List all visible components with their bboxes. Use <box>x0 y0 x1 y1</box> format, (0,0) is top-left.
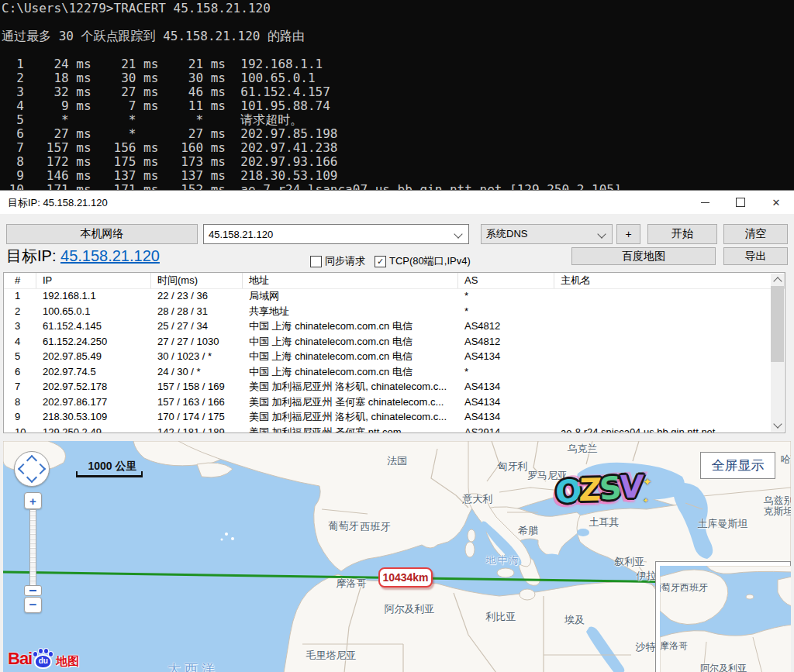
column-header[interactable]: # <box>9 273 36 288</box>
cell-time: 24 / 30 / * <box>151 364 243 380</box>
close-button[interactable]: ✕ <box>758 191 794 214</box>
cell-ip: 202.97.74.5 <box>36 364 151 380</box>
cell-host <box>554 288 771 304</box>
cell-time: 27 / 27 / 1030 <box>151 334 243 350</box>
cell-time: 22 / 23 / 36 <box>151 288 243 304</box>
column-header[interactable]: 主机名 <box>554 273 785 288</box>
dns-value: 系统DNS <box>486 227 527 241</box>
column-header[interactable]: IP <box>36 273 151 288</box>
traceroute-window: 目标IP: 45.158.21.120 ✕ 本机网络 45.158.21.120… <box>0 190 794 672</box>
cell-addr: 共享地址 <box>243 304 458 319</box>
cell-as: AS4134 <box>458 395 554 410</box>
screen: C:\Users\12279>TRACERT 45.158.21.120 通过最… <box>0 0 794 672</box>
scroll-down-icon[interactable] <box>771 419 784 432</box>
pan-right-icon[interactable] <box>35 464 46 474</box>
sync-request-checkbox[interactable]: 同步请求 <box>310 254 365 268</box>
zoom-slider-track[interactable] <box>29 509 36 588</box>
cell-time: 157 / 163 / 166 <box>151 395 243 410</box>
cell-ip: 100.65.0.1 <box>36 304 151 319</box>
start-button[interactable]: 开始 <box>647 224 717 244</box>
hop-row[interactable]: 8202.97.86.177157 / 163 / 166美国 加利福尼亚州 圣… <box>4 395 771 410</box>
map-label-country: 埃及 <box>564 613 585 627</box>
hop-row[interactable]: 361.152.4.14525 / 27 / 34中国 上海 chinatele… <box>4 319 771 334</box>
window-title: 目标IP: 45.158.21.120 <box>8 196 108 210</box>
map-label-country: 希腊 <box>518 524 538 538</box>
cell-as: AS2914 <box>458 425 554 433</box>
cell-as: AS4134 <box>458 349 554 364</box>
sync-request-label: 同步请求 <box>325 254 365 268</box>
map-label-country: 阿尔及利亚 <box>385 602 435 616</box>
map-label-country: 法国 <box>387 454 407 468</box>
target-ip-combobox[interactable]: 45.158.21.120 <box>203 224 469 244</box>
overview-minimap[interactable]: 葡萄牙西班牙摩洛哥阿尔及利亚 <box>655 561 791 672</box>
checkbox-checked-icon: ✓ <box>375 256 386 267</box>
cell-host <box>554 304 771 319</box>
vertical-scrollbar[interactable] <box>771 274 784 432</box>
scroll-up-icon[interactable] <box>771 274 784 286</box>
baidu-map-canvas[interactable]: 乌克兰法国匈牙利罗马尼亚意大利葡萄牙西班牙希腊土耳其哈萨克斯坦乌兹别克斯坦土库曼… <box>3 441 791 672</box>
hop-row[interactable]: 5202.97.85.4930 / 1023 / *中国 上海 chinatel… <box>4 349 771 364</box>
scrollbar-thumb[interactable] <box>771 286 784 362</box>
hop-row[interactable]: 1192.168.1.122 / 23 / 36局域网* <box>4 288 771 304</box>
map-label-sea: 地中海 <box>486 553 521 567</box>
baidu-maps-logo[interactable]: Bai du 地图 <box>8 649 79 669</box>
export-button[interactable]: 导出 <box>723 247 788 265</box>
cell-as: AS4134 <box>458 379 554 395</box>
pan-up-icon[interactable] <box>26 455 37 466</box>
baidu-logo-du: du <box>33 656 54 665</box>
dns-combobox[interactable]: 系统DNS <box>481 224 613 244</box>
column-header[interactable]: 时间(ms) <box>151 273 243 288</box>
map-label-country: 西班牙 <box>361 520 391 534</box>
map-label-country: 哈萨克斯坦 <box>781 453 792 467</box>
cell-ip: 202.97.52.178 <box>36 379 151 395</box>
map-label-country: 乌兹别克斯坦 <box>761 495 791 517</box>
zoom-in-button[interactable]: + <box>24 492 42 509</box>
hop-row[interactable]: 9218.30.53.109170 / 174 / 175美国 加利福尼亚州 洛… <box>4 409 771 425</box>
column-header[interactable]: AS <box>458 273 554 288</box>
close-icon: ✕ <box>772 198 781 208</box>
hop-row[interactable]: 10129.250.2.49142 / 181 / 189美国 加利福尼亚州 圣… <box>4 425 771 433</box>
pan-compass-control[interactable] <box>14 451 50 487</box>
fullscreen-button[interactable]: 全屏显示 <box>700 452 775 479</box>
cell-num: 5 <box>9 349 36 364</box>
clear-button[interactable]: 清空 <box>723 224 788 244</box>
map-label-sea: 大西洋 <box>167 660 219 672</box>
hop-row[interactable]: 2100.65.0.128 / 28 / 31共享地址* <box>4 304 771 319</box>
minimap-label: 葡萄牙 <box>660 581 680 594</box>
column-header[interactable]: 地址 <box>243 273 458 288</box>
table-body: 1192.168.1.122 / 23 / 36局域网*2100.65.0.12… <box>4 288 771 432</box>
cell-num: 3 <box>9 319 36 334</box>
tcp-checkbox[interactable]: ✓ TCP(80端口,IPv4) <box>375 254 471 268</box>
tracert-output: C:\Users\12279>TRACERT 45.158.21.120 通过最… <box>0 0 794 190</box>
target-ip-link[interactable]: 45.158.21.120 <box>60 247 160 264</box>
ozsv-watermark-sticker: OZSV✦✦ <box>555 470 641 508</box>
zoom-out-button[interactable]: − <box>24 597 42 613</box>
hop-row[interactable]: 6202.97.74.524 / 30 / *中国 上海 chinateleco… <box>4 364 771 380</box>
minimize-button[interactable] <box>687 191 723 214</box>
local-network-button[interactable]: 本机网络 <box>6 224 198 244</box>
cell-addr: 美国 加利福尼亚州 圣何塞 ntt.com <box>243 425 458 433</box>
pan-left-icon[interactable] <box>18 464 29 474</box>
hop-row[interactable]: 7202.97.52.178157 / 158 / 169美国 加利福尼亚州 洛… <box>4 379 771 395</box>
hop-row[interactable]: 461.152.24.25027 / 27 / 1030中国 上海 chinat… <box>4 334 771 350</box>
cell-time: 28 / 28 / 31 <box>151 304 243 319</box>
title-bar[interactable]: 目标IP: 45.158.21.120 ✕ <box>0 191 794 214</box>
baidu-map-button[interactable]: 百度地图 <box>571 247 716 265</box>
cell-as: AS4134 <box>458 409 554 425</box>
combo-chevron-icon <box>597 229 606 238</box>
cell-num: 9 <box>9 409 36 425</box>
cell-num: 7 <box>9 379 36 395</box>
baidu-logo-bai: Bai <box>8 649 32 669</box>
cell-addr: 中国 上海 chinatelecom.com.cn 电信 <box>243 349 458 364</box>
cell-host: ae-8.r24.snjsca04.us.bb.gin.ntt.net <box>554 425 771 433</box>
cmd-terminal[interactable]: C:\Users\12279>TRACERT 45.158.21.120 通过最… <box>0 0 794 190</box>
add-button[interactable]: + <box>616 224 640 244</box>
cell-num: 1 <box>9 288 36 304</box>
maximize-button[interactable] <box>723 191 758 214</box>
minimap-label: 阿尔及利亚 <box>700 662 747 672</box>
zoom-slider-thumb[interactable] <box>24 585 42 596</box>
target-ip-line: 目标IP: 45.158.21.120 <box>6 246 160 267</box>
cell-num: 4 <box>9 334 36 350</box>
cell-ip: 129.250.2.49 <box>36 425 151 433</box>
pan-down-icon[interactable] <box>26 472 37 483</box>
